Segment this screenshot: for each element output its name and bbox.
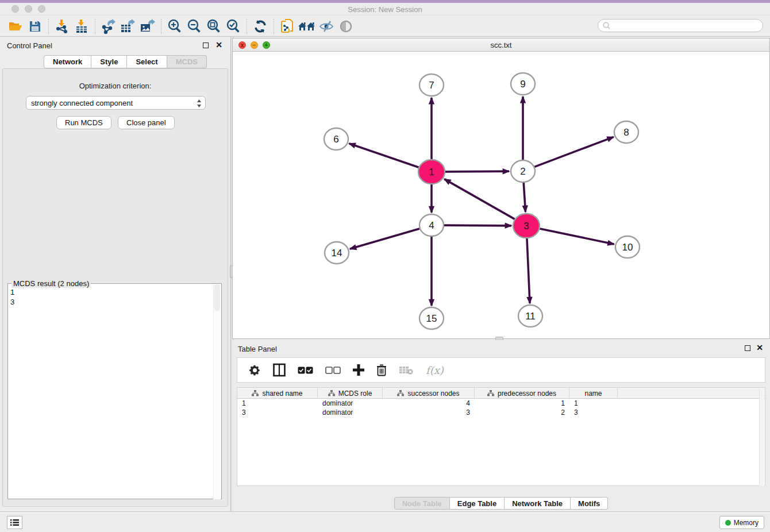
graph-node-2[interactable]: 2 (511, 160, 535, 182)
import-table-button[interactable] (72, 18, 91, 35)
list-icon (10, 519, 19, 526)
network-window-titlebar[interactable]: x − + scc.txt (233, 38, 769, 52)
table-panel: Table Panel ✕ f(x) (232, 340, 770, 511)
tab-network-table[interactable]: Network Table (505, 497, 571, 510)
float-table-panel-icon[interactable] (745, 345, 750, 351)
close-table-panel-icon[interactable]: ✕ (756, 344, 763, 352)
delete-columns-button[interactable] (376, 364, 387, 376)
table-row[interactable]: 1 dominator 4 1 1 (237, 399, 765, 408)
add-column-button[interactable] (353, 364, 364, 376)
column-header-predecessor-nodes[interactable]: predecessor nodes (475, 388, 569, 399)
zoom-selected-icon (226, 19, 241, 34)
edge-3-11[interactable] (527, 238, 530, 303)
table-scrollbar[interactable] (759, 388, 764, 486)
run-mcds-button[interactable]: Run MCDS (56, 116, 111, 129)
edge-4-3[interactable] (444, 225, 511, 226)
toolbar-separator (48, 19, 49, 34)
edge-1-2[interactable] (445, 171, 509, 172)
result-scrollbar[interactable] (213, 284, 221, 499)
column-header-shared-name[interactable]: shared name (237, 388, 318, 399)
show-graphics-details-button[interactable] (336, 18, 356, 35)
graph-node-8[interactable]: 8 (614, 121, 638, 143)
tab-select[interactable]: Select (127, 55, 167, 68)
node-label: 1 (429, 167, 434, 178)
node-label: 8 (623, 127, 629, 138)
network-canvas[interactable]: 7968124314101511 (233, 52, 769, 338)
graph-node-1[interactable]: 1 (418, 160, 445, 184)
memory-button[interactable]: Memory (719, 516, 764, 529)
zoom-selected-button[interactable] (224, 18, 243, 35)
table-row[interactable]: 3 dominator 3 2 3 (237, 408, 765, 417)
export-table-icon (120, 19, 136, 34)
close-panel-button[interactable]: Close panel (118, 116, 175, 129)
function-builder-button[interactable]: f(x) (426, 364, 444, 376)
edge-2-3[interactable] (523, 183, 525, 212)
column-header-name[interactable]: name (569, 388, 618, 399)
hide-graphics-button[interactable] (317, 18, 336, 35)
eye-slash-icon (319, 20, 334, 33)
network-window-title: scc.txt (233, 41, 769, 49)
tab-network[interactable]: Network (44, 55, 91, 68)
tab-node-table[interactable]: Node Table (394, 497, 450, 510)
search-input[interactable] (598, 19, 763, 32)
column-type-icon (328, 390, 335, 396)
criterion-dropdown-value: strongly connected component (31, 99, 133, 107)
task-history-button[interactable] (7, 516, 22, 529)
graph-node-6[interactable]: 6 (324, 128, 348, 150)
toolbar-separator (161, 19, 161, 34)
edge-1-6[interactable] (349, 144, 418, 168)
export-table-button[interactable] (118, 18, 138, 35)
refresh-layout-button[interactable] (251, 18, 270, 35)
deselect-all-button[interactable] (325, 367, 341, 374)
edge-3-10[interactable] (540, 229, 614, 244)
toggle-column-view-button[interactable] (273, 363, 286, 377)
zoom-in-button[interactable] (165, 18, 184, 35)
result-scrollbar-thumb[interactable] (214, 284, 220, 311)
homes-icon (298, 20, 316, 33)
graph-node-7[interactable]: 7 (419, 74, 444, 96)
node-label: 6 (333, 134, 338, 145)
zoom-fit-button[interactable] (204, 18, 224, 35)
graph-node-11[interactable]: 11 (518, 305, 542, 327)
edge-4-14[interactable] (350, 229, 419, 249)
checked-boxes-icon (298, 367, 313, 374)
import-network-button[interactable] (52, 18, 72, 35)
graph-node-15[interactable]: 15 (419, 307, 444, 329)
node-label: 15 (426, 313, 437, 324)
close-panel-icon[interactable]: ✕ (215, 41, 222, 49)
show-all-networks-button[interactable] (297, 18, 317, 35)
export-network-button[interactable] (99, 18, 118, 35)
table-tabs: Node Table Edge Table Network Table Moti… (232, 497, 770, 510)
zoom-out-button[interactable] (184, 18, 204, 35)
gear-icon (249, 364, 261, 376)
trash-icon (376, 364, 387, 376)
column-header-mcds-role[interactable]: MCDS role (318, 388, 383, 399)
clone-network-button[interactable] (278, 18, 297, 35)
graph-node-9[interactable]: 9 (511, 73, 535, 95)
criterion-dropdown[interactable]: strongly connected component (26, 96, 206, 110)
tab-edge-table[interactable]: Edge Table (450, 497, 505, 510)
tab-motifs[interactable]: Motifs (571, 497, 608, 510)
graph-node-10[interactable]: 10 (615, 236, 640, 258)
table-settings-button[interactable] (249, 364, 261, 376)
toolbar-separator (95, 19, 95, 34)
zoom-out-icon (187, 19, 202, 34)
export-image-button[interactable] (138, 18, 157, 35)
toolbar-separator (274, 19, 274, 34)
mcds-result-text[interactable]: 1 3 (10, 287, 14, 307)
save-session-button[interactable] (25, 18, 45, 35)
delete-table-button[interactable] (399, 365, 414, 375)
edge-3-1[interactable] (444, 179, 514, 219)
float-panel-icon[interactable] (203, 43, 209, 48)
column-header-successor-nodes[interactable]: successor nodes (383, 388, 475, 399)
open-session-button[interactable] (6, 18, 25, 35)
graph-node-3[interactable]: 3 (513, 214, 540, 238)
edge-2-8[interactable] (534, 137, 614, 167)
tab-mcds[interactable]: MCDS (167, 55, 207, 68)
select-all-button[interactable] (298, 367, 313, 374)
graph-node-4[interactable]: 4 (419, 214, 444, 236)
graph-node-14[interactable]: 14 (325, 242, 349, 264)
zoom-fit-icon (206, 19, 221, 34)
export-image-icon (140, 19, 156, 34)
tab-style[interactable]: Style (91, 55, 127, 68)
